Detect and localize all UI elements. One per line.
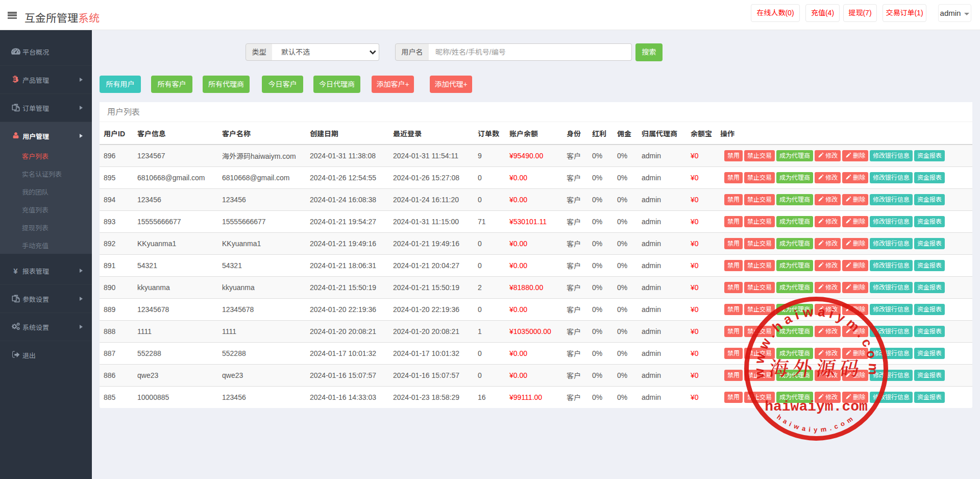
svg-text:haiwaiym.com: haiwaiym.com — [765, 399, 868, 415]
svg-text:海外源码: 海外源码 — [768, 353, 866, 381]
